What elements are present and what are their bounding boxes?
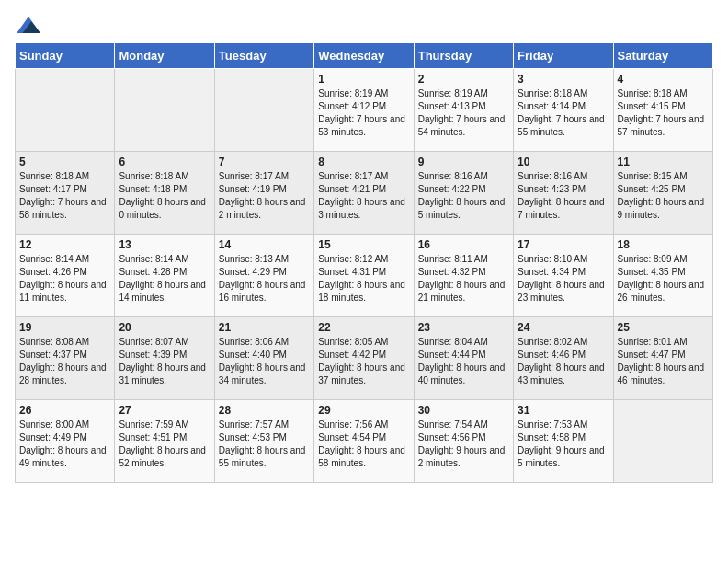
day-number: 26 [19, 404, 110, 417]
day-number: 30 [418, 404, 509, 417]
day-info: Sunrise: 8:08 AM Sunset: 4:37 PM Dayligh… [19, 336, 110, 387]
calendar-cell: 16Sunrise: 8:11 AM Sunset: 4:32 PM Dayli… [414, 235, 513, 317]
day-number: 18 [618, 238, 709, 251]
day-number: 29 [318, 404, 409, 417]
calendar-cell: 29Sunrise: 7:56 AM Sunset: 4:54 PM Dayli… [314, 400, 414, 483]
calendar-cell: 27Sunrise: 7:59 AM Sunset: 4:51 PM Dayli… [115, 400, 214, 483]
calendar-cell: 24Sunrise: 8:02 AM Sunset: 4:46 PM Dayli… [514, 317, 613, 400]
calendar-cell: 18Sunrise: 8:09 AM Sunset: 4:35 PM Dayli… [613, 235, 712, 317]
calendar-cell: 23Sunrise: 8:04 AM Sunset: 4:44 PM Dayli… [414, 317, 513, 400]
day-number: 21 [219, 321, 310, 334]
calendar-table: SundayMondayTuesdayWednesdayThursdayFrid… [15, 42, 713, 483]
calendar-cell: 13Sunrise: 8:14 AM Sunset: 4:28 PM Dayli… [115, 235, 214, 317]
day-info: Sunrise: 7:59 AM Sunset: 4:51 PM Dayligh… [119, 419, 210, 470]
calendar-cell [613, 400, 712, 483]
day-number: 16 [418, 238, 509, 251]
logo-icon [15, 17, 42, 33]
calendar-week-row: 5Sunrise: 8:18 AM Sunset: 4:17 PM Daylig… [16, 152, 713, 235]
calendar-cell: 5Sunrise: 8:18 AM Sunset: 4:17 PM Daylig… [16, 152, 115, 235]
day-number: 12 [19, 238, 110, 251]
day-number: 13 [119, 238, 210, 251]
day-number: 28 [219, 404, 310, 417]
calendar-cell: 3Sunrise: 8:18 AM Sunset: 4:14 PM Daylig… [514, 69, 613, 152]
calendar-cell: 9Sunrise: 8:16 AM Sunset: 4:22 PM Daylig… [414, 152, 513, 235]
calendar-header-friday: Friday [514, 43, 613, 69]
calendar-cell [214, 69, 313, 152]
calendar-cell: 8Sunrise: 8:17 AM Sunset: 4:21 PM Daylig… [314, 152, 414, 235]
day-number: 11 [618, 155, 709, 168]
day-info: Sunrise: 8:09 AM Sunset: 4:35 PM Dayligh… [618, 253, 709, 304]
day-number: 25 [618, 321, 709, 334]
calendar-cell: 12Sunrise: 8:14 AM Sunset: 4:26 PM Dayli… [16, 235, 115, 317]
day-info: Sunrise: 8:04 AM Sunset: 4:44 PM Dayligh… [418, 336, 509, 387]
day-number: 15 [318, 238, 409, 251]
day-number: 1 [318, 73, 409, 86]
calendar-header-row: SundayMondayTuesdayWednesdayThursdayFrid… [16, 43, 713, 69]
calendar-cell: 14Sunrise: 8:13 AM Sunset: 4:29 PM Dayli… [214, 235, 313, 317]
day-info: Sunrise: 7:53 AM Sunset: 4:58 PM Dayligh… [518, 419, 609, 470]
day-info: Sunrise: 8:12 AM Sunset: 4:31 PM Dayligh… [318, 253, 409, 304]
calendar-header-sunday: Sunday [16, 43, 115, 69]
calendar-cell: 19Sunrise: 8:08 AM Sunset: 4:37 PM Dayli… [16, 317, 115, 400]
calendar-cell: 6Sunrise: 8:18 AM Sunset: 4:18 PM Daylig… [115, 152, 214, 235]
day-info: Sunrise: 8:14 AM Sunset: 4:26 PM Dayligh… [19, 253, 110, 304]
calendar-cell: 17Sunrise: 8:10 AM Sunset: 4:34 PM Dayli… [514, 235, 613, 317]
calendar-cell: 1Sunrise: 8:19 AM Sunset: 4:12 PM Daylig… [314, 69, 414, 152]
calendar-cell: 22Sunrise: 8:05 AM Sunset: 4:42 PM Dayli… [314, 317, 414, 400]
day-number: 19 [19, 321, 110, 334]
day-number: 17 [518, 238, 609, 251]
calendar-cell: 4Sunrise: 8:18 AM Sunset: 4:15 PM Daylig… [613, 69, 712, 152]
calendar-cell: 10Sunrise: 8:16 AM Sunset: 4:23 PM Dayli… [514, 152, 613, 235]
day-info: Sunrise: 8:17 AM Sunset: 4:19 PM Dayligh… [219, 170, 310, 222]
calendar-cell: 31Sunrise: 7:53 AM Sunset: 4:58 PM Dayli… [514, 400, 613, 483]
page-header [15, 15, 713, 33]
day-info: Sunrise: 8:14 AM Sunset: 4:28 PM Dayligh… [119, 253, 210, 304]
calendar-cell: 11Sunrise: 8:15 AM Sunset: 4:25 PM Dayli… [613, 152, 712, 235]
calendar-cell: 21Sunrise: 8:06 AM Sunset: 4:40 PM Dayli… [214, 317, 313, 400]
day-number: 3 [518, 73, 609, 86]
day-info: Sunrise: 8:00 AM Sunset: 4:49 PM Dayligh… [19, 419, 110, 470]
calendar-week-row: 19Sunrise: 8:08 AM Sunset: 4:37 PM Dayli… [16, 317, 713, 400]
day-info: Sunrise: 8:16 AM Sunset: 4:22 PM Dayligh… [418, 170, 509, 222]
day-number: 20 [119, 321, 210, 334]
day-number: 31 [518, 404, 609, 417]
day-number: 2 [418, 73, 509, 86]
calendar-cell: 7Sunrise: 8:17 AM Sunset: 4:19 PM Daylig… [214, 152, 313, 235]
day-info: Sunrise: 8:02 AM Sunset: 4:46 PM Dayligh… [518, 336, 609, 387]
day-info: Sunrise: 8:19 AM Sunset: 4:13 PM Dayligh… [418, 87, 509, 139]
calendar-header-saturday: Saturday [613, 43, 712, 69]
day-info: Sunrise: 7:56 AM Sunset: 4:54 PM Dayligh… [318, 419, 409, 470]
calendar-week-row: 1Sunrise: 8:19 AM Sunset: 4:12 PM Daylig… [16, 69, 713, 152]
day-info: Sunrise: 8:18 AM Sunset: 4:18 PM Dayligh… [119, 170, 210, 222]
calendar-week-row: 12Sunrise: 8:14 AM Sunset: 4:26 PM Dayli… [16, 235, 713, 317]
day-number: 24 [518, 321, 609, 334]
day-info: Sunrise: 8:07 AM Sunset: 4:39 PM Dayligh… [119, 336, 210, 387]
day-info: Sunrise: 7:54 AM Sunset: 4:56 PM Dayligh… [418, 419, 509, 470]
calendar-cell: 2Sunrise: 8:19 AM Sunset: 4:13 PM Daylig… [414, 69, 513, 152]
day-number: 23 [418, 321, 509, 334]
calendar-cell: 26Sunrise: 8:00 AM Sunset: 4:49 PM Dayli… [16, 400, 115, 483]
calendar-cell: 20Sunrise: 8:07 AM Sunset: 4:39 PM Dayli… [115, 317, 214, 400]
day-number: 9 [418, 155, 509, 168]
day-info: Sunrise: 8:18 AM Sunset: 4:15 PM Dayligh… [618, 87, 709, 139]
calendar-header-thursday: Thursday [414, 43, 513, 69]
day-number: 10 [518, 155, 609, 168]
calendar-cell: 28Sunrise: 7:57 AM Sunset: 4:53 PM Dayli… [214, 400, 313, 483]
day-info: Sunrise: 8:13 AM Sunset: 4:29 PM Dayligh… [219, 253, 310, 304]
day-info: Sunrise: 8:11 AM Sunset: 4:32 PM Dayligh… [418, 253, 509, 304]
day-number: 4 [618, 73, 709, 86]
calendar-cell: 15Sunrise: 8:12 AM Sunset: 4:31 PM Dayli… [314, 235, 414, 317]
day-number: 6 [119, 155, 210, 168]
calendar-cell: 25Sunrise: 8:01 AM Sunset: 4:47 PM Dayli… [613, 317, 712, 400]
day-info: Sunrise: 8:10 AM Sunset: 4:34 PM Dayligh… [518, 253, 609, 304]
logo [15, 15, 46, 33]
day-number: 8 [318, 155, 409, 168]
calendar-header-wednesday: Wednesday [314, 43, 414, 69]
day-info: Sunrise: 8:01 AM Sunset: 4:47 PM Dayligh… [618, 336, 709, 387]
day-number: 5 [19, 155, 110, 168]
day-info: Sunrise: 8:06 AM Sunset: 4:40 PM Dayligh… [219, 336, 310, 387]
calendar-week-row: 26Sunrise: 8:00 AM Sunset: 4:49 PM Dayli… [16, 400, 713, 483]
calendar-header-tuesday: Tuesday [214, 43, 313, 69]
day-number: 22 [318, 321, 409, 334]
day-info: Sunrise: 8:16 AM Sunset: 4:23 PM Dayligh… [518, 170, 609, 222]
